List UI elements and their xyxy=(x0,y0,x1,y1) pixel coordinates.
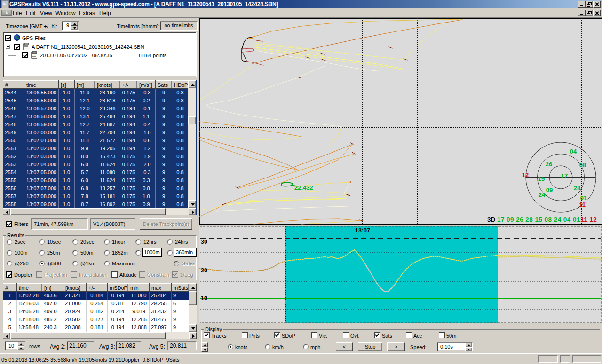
svg-text:13:07: 13:07 xyxy=(355,227,370,234)
svg-text:26: 26 xyxy=(546,161,552,168)
svg-text:09: 09 xyxy=(546,186,553,194)
svg-text:30: 30 xyxy=(201,239,207,245)
svg-text:3D: 3D xyxy=(487,216,496,223)
svg-text:17: 17 xyxy=(561,172,568,179)
svg-text:15: 15 xyxy=(538,175,545,182)
svg-text:10: 10 xyxy=(201,295,207,302)
svg-text:11 12: 11 12 xyxy=(580,216,597,223)
svg-text:17 09 26 28 15 08 24 04 01: 17 09 26 28 15 08 24 04 01 xyxy=(497,216,580,223)
svg-text:24: 24 xyxy=(539,191,546,198)
svg-text:08: 08 xyxy=(579,162,586,169)
svg-text:04: 04 xyxy=(570,148,577,155)
svg-text:28: 28 xyxy=(574,185,580,192)
svg-text:20: 20 xyxy=(201,267,207,274)
svg-text:11: 11 xyxy=(579,201,586,208)
svg-text:22.432: 22.432 xyxy=(294,184,313,191)
svg-text:01: 01 xyxy=(580,194,587,201)
svg-text:12: 12 xyxy=(522,171,529,178)
